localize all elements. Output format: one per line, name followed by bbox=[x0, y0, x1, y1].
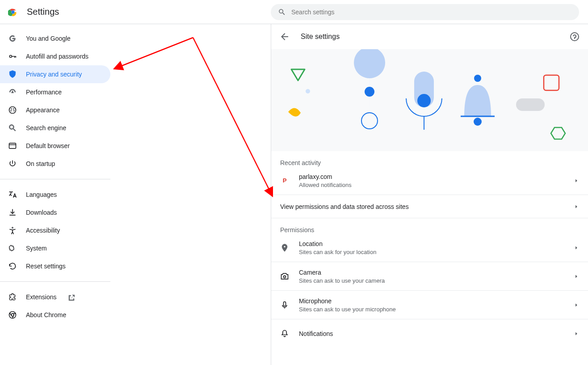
svg-rect-25 bbox=[544, 75, 559, 90]
system-icon bbox=[8, 244, 17, 253]
power-icon bbox=[8, 159, 17, 168]
svg-point-27 bbox=[284, 276, 286, 278]
sidebar-item-system[interactable]: System bbox=[0, 239, 110, 257]
reset-icon bbox=[8, 262, 17, 271]
view-all-sites-row[interactable]: View permissions and data stored across … bbox=[271, 195, 588, 218]
sidebar-item-label: Privacy and security bbox=[26, 71, 82, 78]
sidebar-item-on-startup[interactable]: On startup bbox=[0, 155, 110, 173]
permission-title: Camera bbox=[299, 268, 385, 277]
svg-point-3 bbox=[12, 11, 14, 13]
browser-icon bbox=[8, 141, 17, 150]
bell-icon bbox=[280, 329, 289, 338]
hero-illustration bbox=[271, 49, 588, 151]
sidebar-item-default-browser[interactable]: Default browser bbox=[0, 137, 110, 155]
sidebar-item-label: Downloads bbox=[26, 209, 57, 216]
svg-point-6 bbox=[11, 108, 12, 110]
sidebar-item-label: Accessibility bbox=[26, 227, 60, 234]
chrome-icon bbox=[8, 310, 17, 319]
chevron-right-icon bbox=[574, 245, 579, 250]
permission-subtitle: Sites can ask to use your microphone bbox=[299, 306, 396, 314]
permission-subtitle: Sites can ask for your location bbox=[299, 248, 376, 256]
mic-icon bbox=[280, 301, 289, 310]
svg-rect-24 bbox=[516, 98, 545, 111]
speed-icon bbox=[8, 88, 17, 97]
sidebar-item-about[interactable]: About Chrome bbox=[0, 306, 110, 324]
svg-rect-10 bbox=[9, 143, 16, 149]
palette-icon bbox=[8, 106, 17, 115]
permission-title: Notifications bbox=[299, 329, 333, 338]
sidebar-item-label: Performance bbox=[26, 89, 62, 96]
ext-icon bbox=[8, 293, 17, 301]
sidebar-item-label: About Chrome bbox=[26, 311, 66, 318]
sidebar-item-search-engine[interactable]: Search engine bbox=[0, 119, 110, 137]
location-icon bbox=[280, 243, 289, 252]
open-external-icon bbox=[67, 293, 74, 301]
sidebar-item-label: Extensions bbox=[26, 293, 56, 301]
recent-site-detail: Allowed notifications bbox=[299, 181, 352, 189]
svg-point-19 bbox=[417, 94, 431, 107]
search-icon bbox=[278, 8, 286, 16]
svg-point-16 bbox=[365, 87, 374, 97]
sidebar-item-performance[interactable]: Performance bbox=[0, 83, 110, 101]
recent-site-name: parlaxy.com bbox=[299, 172, 352, 181]
site-favicon-icon: P bbox=[280, 176, 289, 185]
lang-icon bbox=[8, 190, 17, 199]
svg-line-29 bbox=[114, 38, 193, 69]
chevron-right-icon bbox=[574, 331, 579, 336]
shield-icon bbox=[8, 70, 17, 79]
chrome-logo-icon bbox=[8, 7, 18, 17]
svg-point-5 bbox=[9, 107, 16, 114]
sidebar-item-label: Autofill and passwords bbox=[26, 53, 88, 60]
google-icon bbox=[8, 34, 17, 43]
chevron-right-icon bbox=[574, 302, 579, 308]
sidebar-item-label: Appearance bbox=[26, 106, 60, 114]
sidebar-item-you-and-google[interactable]: You and Google bbox=[0, 30, 110, 47]
sidebar-item-extensions[interactable]: Extensions bbox=[0, 288, 110, 306]
sidebar-item-accessibility[interactable]: Accessibility bbox=[0, 221, 110, 239]
sidebar-item-languages[interactable]: Languages bbox=[0, 186, 110, 204]
permission-subtitle: Sites can ask to use your camera bbox=[299, 277, 385, 285]
permission-title: Microphone bbox=[299, 297, 396, 306]
permission-row-microphone[interactable]: MicrophoneSites can ask to use your micr… bbox=[271, 291, 588, 319]
sidebar-item-label: System bbox=[26, 245, 47, 252]
permission-row-location[interactable]: LocationSites can ask for your location bbox=[271, 233, 588, 262]
permission-row-notifications[interactable]: Notifications bbox=[271, 319, 588, 348]
chevron-right-icon bbox=[574, 178, 579, 183]
svg-point-12 bbox=[12, 227, 13, 229]
sidebar-item-reset[interactable]: Reset settings bbox=[0, 257, 110, 275]
search-input[interactable] bbox=[290, 8, 572, 16]
help-button[interactable] bbox=[569, 31, 580, 42]
sidebar-item-label: Languages bbox=[26, 191, 57, 198]
sidebar-item-autofill[interactable]: Autofill and passwords bbox=[0, 47, 110, 65]
sidebar-item-label: Reset settings bbox=[26, 263, 66, 270]
search-box[interactable] bbox=[271, 4, 579, 20]
permissions-label: Permissions bbox=[271, 218, 588, 233]
back-button[interactable] bbox=[279, 31, 290, 42]
svg-point-22 bbox=[474, 75, 481, 82]
sidebar-item-label: On startup bbox=[26, 160, 55, 167]
camera-icon bbox=[280, 272, 289, 281]
download-icon bbox=[8, 208, 17, 217]
svg-marker-26 bbox=[551, 127, 565, 139]
app-title: Settings bbox=[27, 7, 59, 17]
sidebar-item-label: Default browser bbox=[26, 142, 70, 149]
key-icon bbox=[8, 52, 17, 61]
sidebar-item-downloads[interactable]: Downloads bbox=[0, 204, 110, 221]
chevron-right-icon bbox=[574, 204, 579, 209]
svg-point-9 bbox=[13, 110, 15, 111]
sidebar-item-privacy[interactable]: Privacy and security bbox=[0, 65, 110, 83]
a11y-icon bbox=[8, 226, 17, 235]
permission-title: Location bbox=[299, 239, 376, 248]
sidebar-item-appearance[interactable]: Appearance bbox=[0, 101, 110, 119]
svg-point-4 bbox=[9, 55, 12, 58]
sidebar-item-label: You and Google bbox=[26, 35, 71, 42]
permission-row-camera[interactable]: CameraSites can ask to use your camera bbox=[271, 262, 588, 291]
sidebar-item-label: Search engine bbox=[26, 124, 66, 132]
svg-point-15 bbox=[306, 89, 310, 93]
recent-site-row[interactable]: P parlaxy.com Allowed notifications bbox=[271, 166, 588, 195]
svg-point-8 bbox=[10, 110, 12, 111]
view-all-label: View permissions and data stored across … bbox=[280, 203, 409, 210]
svg-point-7 bbox=[13, 108, 14, 110]
page-title: Site settings bbox=[301, 33, 340, 41]
svg-line-30 bbox=[193, 38, 273, 196]
